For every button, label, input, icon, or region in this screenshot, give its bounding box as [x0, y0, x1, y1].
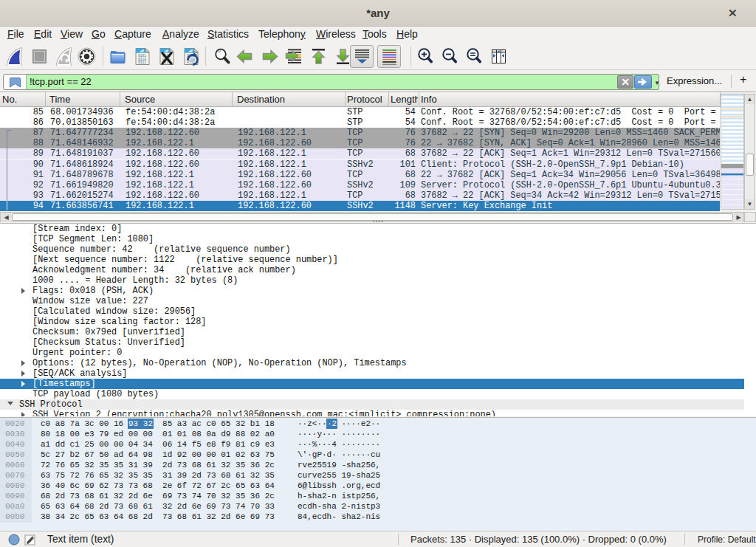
svg-text:0111: 0111	[138, 61, 146, 64]
